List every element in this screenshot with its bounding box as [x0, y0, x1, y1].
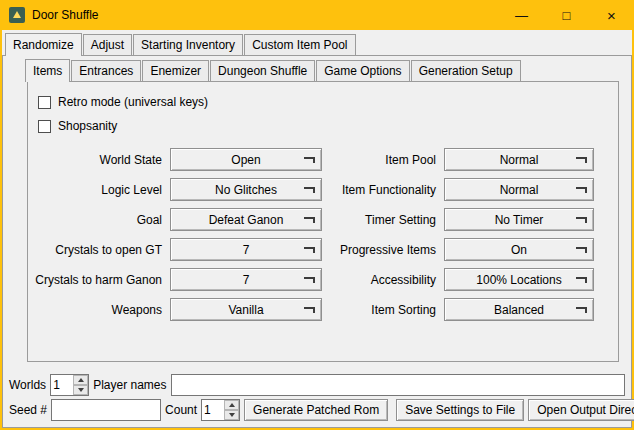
randomize-pane: Items Entrances Enemizer Dungeon Shuffle…: [2, 55, 632, 428]
logic-level-label: Logic Level: [34, 183, 164, 197]
player-names-label: Player names: [93, 378, 166, 392]
weapons-value: Vanilla: [228, 303, 263, 317]
world-state-label: World State: [34, 153, 164, 167]
window-content: Randomize Adjust Starting Inventory Cust…: [2, 30, 632, 428]
worlds-spinner-arrows: [73, 375, 88, 395]
item-functionality-value: Normal: [500, 183, 539, 197]
window-controls: — □ ×: [499, 0, 634, 30]
menu-indicator-icon: [576, 307, 587, 313]
options-grid: World State Open Item Pool Normal Logic …: [34, 148, 612, 321]
menu-indicator-icon: [576, 247, 587, 253]
accessibility-dropdown[interactable]: 100% Locations: [444, 268, 594, 291]
worlds-input[interactable]: [51, 375, 73, 395]
worlds-spin-down-button[interactable]: [73, 385, 88, 395]
item-sorting-dropdown[interactable]: Balanced: [444, 298, 594, 321]
accessibility-label: Accessibility: [328, 273, 438, 287]
tab-custom-item-pool[interactable]: Custom Item Pool: [244, 34, 355, 55]
seed-row: Seed # Count Generate Patched Rom Save S…: [9, 399, 625, 421]
shopsanity-checkbox[interactable]: [38, 120, 51, 133]
crystals-harm-ganon-dropdown[interactable]: 7: [170, 268, 322, 291]
count-spinner: [201, 399, 240, 421]
item-pool-dropdown[interactable]: Normal: [444, 148, 594, 171]
timer-setting-label: Timer Setting: [328, 213, 438, 227]
menu-indicator-icon: [576, 217, 587, 223]
shopsanity-row: Shopsanity: [34, 114, 612, 138]
secondary-tab-bar: Items Entrances Enemizer Dungeon Shuffle…: [3, 59, 631, 81]
menu-indicator-icon: [304, 187, 315, 193]
weapons-dropdown[interactable]: Vanilla: [170, 298, 322, 321]
timer-setting-value: No Timer: [495, 213, 544, 227]
count-spin-down-button[interactable]: [224, 410, 239, 420]
logic-level-dropdown[interactable]: No Glitches: [170, 178, 322, 201]
logic-level-value: No Glitches: [215, 183, 277, 197]
menu-indicator-icon: [576, 157, 587, 163]
minimize-icon: —: [515, 8, 528, 23]
tab-starting-inventory[interactable]: Starting Inventory: [133, 34, 243, 55]
maximize-button[interactable]: □: [544, 0, 589, 30]
world-state-dropdown[interactable]: Open: [170, 148, 322, 171]
worlds-spinner: [50, 374, 89, 396]
tab-adjust[interactable]: Adjust: [83, 34, 132, 55]
menu-indicator-icon: [304, 217, 315, 223]
maximize-icon: □: [563, 8, 571, 23]
count-spin-up-button[interactable]: [224, 400, 239, 410]
seed-input[interactable]: [51, 399, 161, 421]
item-functionality-dropdown[interactable]: Normal: [444, 178, 594, 201]
tab-game-options[interactable]: Game Options: [316, 60, 409, 81]
tab-randomize[interactable]: Randomize: [5, 33, 82, 56]
arrow-down-icon: [78, 388, 84, 392]
weapons-label: Weapons: [34, 303, 164, 317]
goal-label: Goal: [34, 213, 164, 227]
menu-indicator-icon: [304, 247, 315, 253]
accessibility-value: 100% Locations: [476, 273, 561, 287]
tab-generation-setup[interactable]: Generation Setup: [411, 60, 521, 81]
count-label: Count: [165, 403, 197, 417]
progressive-items-value: On: [511, 243, 527, 257]
items-pane: Retro mode (universal keys) Shopsanity W…: [27, 81, 619, 362]
tab-dungeon-shuffle[interactable]: Dungeon Shuffle: [210, 60, 315, 81]
crystals-open-gt-dropdown[interactable]: 7: [170, 238, 322, 261]
menu-indicator-icon: [576, 277, 587, 283]
minimize-button[interactable]: —: [499, 0, 544, 30]
close-button[interactable]: ×: [589, 0, 634, 30]
crystals-open-gt-label: Crystals to open GT: [34, 243, 164, 257]
worlds-row: Worlds Player names: [9, 374, 625, 396]
titlebar: Door Shuffle — □ ×: [0, 0, 634, 30]
window: Door Shuffle — □ × Randomize Adjust Star…: [0, 0, 634, 430]
generate-patched-rom-button[interactable]: Generate Patched Rom: [244, 399, 388, 421]
menu-indicator-icon: [304, 157, 315, 163]
progressive-items-dropdown[interactable]: On: [444, 238, 594, 261]
bottom-frame: Worlds Player names Seed # Count: [3, 370, 631, 427]
timer-setting-dropdown[interactable]: No Timer: [444, 208, 594, 231]
window-title: Door Shuffle: [32, 8, 99, 22]
shopsanity-label: Shopsanity: [58, 119, 117, 133]
item-pool-label: Item Pool: [328, 153, 438, 167]
goal-value: Defeat Ganon: [209, 213, 284, 227]
menu-indicator-icon: [304, 307, 315, 313]
item-functionality-label: Item Functionality: [328, 183, 438, 197]
worlds-spin-up-button[interactable]: [73, 375, 88, 385]
seed-label: Seed #: [9, 403, 47, 417]
item-sorting-label: Item Sorting: [328, 303, 438, 317]
crystals-open-gt-value: 7: [243, 243, 250, 257]
retro-mode-row: Retro mode (universal keys): [34, 90, 612, 114]
arrow-down-icon: [229, 413, 235, 417]
retro-mode-checkbox[interactable]: [38, 96, 51, 109]
retro-mode-label: Retro mode (universal keys): [58, 95, 208, 109]
item-sorting-value: Balanced: [494, 303, 544, 317]
tab-entrances[interactable]: Entrances: [71, 60, 141, 81]
crystals-harm-ganon-label: Crystals to harm Ganon: [34, 273, 164, 287]
count-input[interactable]: [202, 400, 224, 420]
worlds-label: Worlds: [9, 378, 46, 392]
app-icon[interactable]: [9, 7, 25, 23]
crystals-harm-ganon-value: 7: [243, 273, 250, 287]
open-output-directory-button[interactable]: Open Output Directory: [528, 399, 634, 421]
tab-items[interactable]: Items: [25, 59, 70, 82]
primary-tab-bar: Randomize Adjust Starting Inventory Cust…: [2, 33, 632, 55]
player-names-input[interactable]: [171, 374, 626, 396]
arrow-up-icon: [229, 403, 235, 407]
tab-enemizer[interactable]: Enemizer: [142, 60, 209, 81]
goal-dropdown[interactable]: Defeat Ganon: [170, 208, 322, 231]
count-spinner-arrows: [224, 400, 239, 420]
save-settings-button[interactable]: Save Settings to File: [396, 399, 524, 421]
